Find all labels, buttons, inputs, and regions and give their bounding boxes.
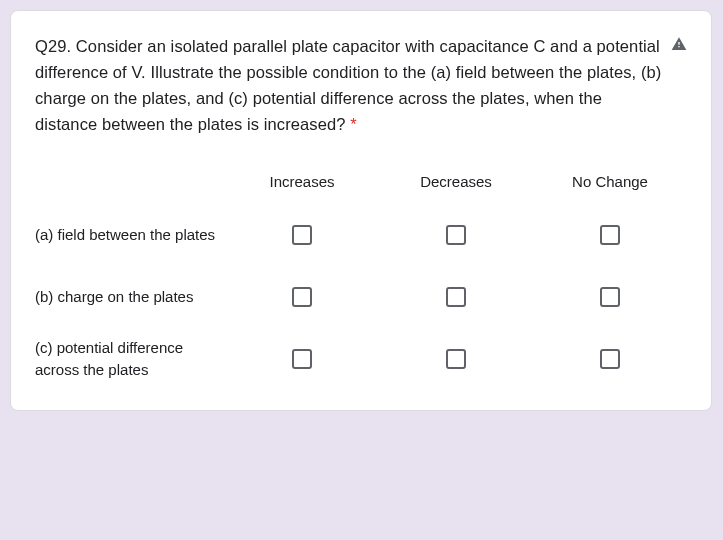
question-header: Q29. Consider an isolated parallel plate… bbox=[35, 33, 687, 137]
grid-row-a: (a) field between the plates bbox=[35, 204, 687, 266]
cell-a-nochange bbox=[533, 225, 687, 245]
checkbox-a-decreases[interactable] bbox=[446, 225, 466, 245]
cell-b-decreases bbox=[379, 287, 533, 307]
row-label-a: (a) field between the plates bbox=[35, 224, 225, 246]
column-header-nochange: No Change bbox=[533, 173, 687, 190]
row-label-c: (c) potential difference across the plat… bbox=[35, 337, 225, 381]
row-label-b: (b) charge on the plates bbox=[35, 286, 225, 308]
cell-a-increases bbox=[225, 225, 379, 245]
grid-row-b: (b) charge on the plates bbox=[35, 266, 687, 328]
cell-c-increases bbox=[225, 349, 379, 369]
checkbox-c-nochange[interactable] bbox=[600, 349, 620, 369]
checkbox-b-decreases[interactable] bbox=[446, 287, 466, 307]
checkbox-a-nochange[interactable] bbox=[600, 225, 620, 245]
cell-a-decreases bbox=[379, 225, 533, 245]
grid-row-c: (c) potential difference across the plat… bbox=[35, 328, 687, 390]
cell-c-nochange bbox=[533, 349, 687, 369]
checkbox-a-increases[interactable] bbox=[292, 225, 312, 245]
checkbox-grid: Increases Decreases No Change (a) field … bbox=[35, 173, 687, 390]
checkbox-c-increases[interactable] bbox=[292, 349, 312, 369]
column-header-increases: Increases bbox=[225, 173, 379, 190]
cell-c-decreases bbox=[379, 349, 533, 369]
column-header-decreases: Decreases bbox=[379, 173, 533, 190]
required-asterisk: * bbox=[345, 115, 356, 133]
checkbox-c-decreases[interactable] bbox=[446, 349, 466, 369]
cell-b-increases bbox=[225, 287, 379, 307]
question-card: Q29. Consider an isolated parallel plate… bbox=[10, 10, 712, 411]
checkbox-b-nochange[interactable] bbox=[600, 287, 620, 307]
grid-header-row: Increases Decreases No Change bbox=[35, 173, 687, 190]
report-problem-icon[interactable] bbox=[671, 36, 687, 56]
checkbox-b-increases[interactable] bbox=[292, 287, 312, 307]
question-text: Q29. Consider an isolated parallel plate… bbox=[35, 33, 663, 137]
cell-b-nochange bbox=[533, 287, 687, 307]
